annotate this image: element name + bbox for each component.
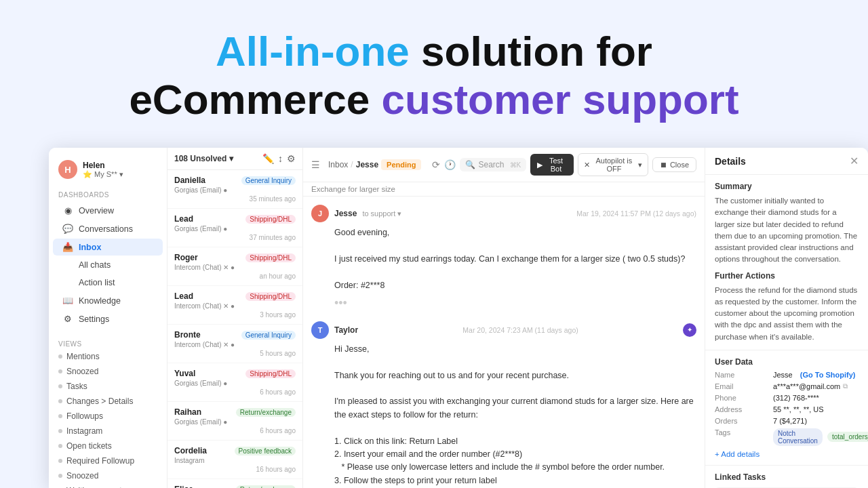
conv-source: Gorgias (Email) ● xyxy=(174,225,296,232)
conversations-icon: 💬 xyxy=(62,224,73,234)
conv-tag: General Inquiry xyxy=(241,176,296,185)
sidebar-item-knowledge[interactable]: 📖 Knowledge xyxy=(53,292,163,309)
conv-tag: Shipping/DHL xyxy=(245,369,296,378)
linked-tasks-section: Linked Tasks Create a new linked task ▾ … xyxy=(705,466,868,488)
x-icon: ✕ xyxy=(584,161,590,169)
knowledge-icon: 📖 xyxy=(62,296,73,306)
conv-name: Raihan xyxy=(174,407,201,417)
sidebar-view-changes[interactable]: Changes > Details xyxy=(49,394,167,409)
user-name: Helen xyxy=(83,161,123,170)
filter-icon[interactable]: ⚙ xyxy=(287,153,296,164)
conv-items: Daniella General Inquiry Gorgias (Email)… xyxy=(167,170,302,488)
further-actions-text: Process the refund for the diamond studs… xyxy=(715,285,859,343)
conv-item-elise[interactable]: Elise Return/exchange Gorgias (Email) ● … xyxy=(167,479,302,488)
sidebar-view-snoozed2[interactable]: Snoozed xyxy=(49,468,167,483)
search-placeholder: Search xyxy=(478,160,504,169)
sidebar-item-settings[interactable]: ⚙ Settings xyxy=(53,310,163,327)
address-value: 55 **, **, **, US xyxy=(773,405,868,413)
history-icon[interactable]: 🕐 xyxy=(444,159,456,170)
sidebar-item-overview[interactable]: ◉ Overview xyxy=(53,202,163,219)
tags-label: Tags xyxy=(715,428,769,446)
add-details-button[interactable]: + Add details xyxy=(715,446,859,458)
sidebar-item-inbox[interactable]: 📥 Inbox xyxy=(53,239,163,256)
sort-icon[interactable]: ↕ xyxy=(278,153,283,164)
play-icon: ▶ xyxy=(537,161,542,169)
conv-name: Bronte xyxy=(174,330,201,340)
sidebar-item-allchats[interactable]: All chats xyxy=(53,257,163,273)
chat-search[interactable]: 🔍 Search ⌘K xyxy=(460,158,526,171)
close-button[interactable]: ⏹ Close xyxy=(652,157,696,172)
sidebar-view-instagram[interactable]: Instagram xyxy=(49,424,167,439)
conv-item-yuval[interactable]: Yuval Shipping/DHL Gorgias (Email) ● 6 h… xyxy=(167,363,302,402)
test-bot-button[interactable]: ▶ Test Bot xyxy=(530,154,574,176)
details-close-button[interactable]: ✕ xyxy=(850,155,859,167)
address-label: Address xyxy=(715,405,769,413)
conv-count[interactable]: 108 Unsolved ▾ xyxy=(174,154,233,163)
conv-source: Gorgias (Email) ● xyxy=(174,380,296,387)
sidebar-view-snoozed[interactable]: Snoozed xyxy=(49,364,167,379)
orders-value: 7 ($4,271) xyxy=(773,417,868,425)
user-data-title: User Data xyxy=(715,357,859,367)
hero-section: All-in-one solution for eCommerce custom… xyxy=(0,0,868,138)
view-label: Open tickets xyxy=(66,441,112,451)
conv-item-lead2[interactable]: Lead Shipping/DHL Intercom (Chat) ✕ ● 3 … xyxy=(167,286,302,325)
conv-item-daniella[interactable]: Daniella General Inquiry Gorgias (Email)… xyxy=(167,170,302,209)
details-header: Details ✕ xyxy=(705,148,868,175)
conv-tag: Return/exchange xyxy=(236,485,296,489)
shopify-link[interactable]: (Go To Shopify) xyxy=(800,371,856,379)
sidebar-item-actionlist[interactable]: Action list xyxy=(53,274,163,291)
conv-item-roger[interactable]: Roger Shipping/DHL Intercom (Chat) ✕ ● a… xyxy=(167,247,302,286)
sidebar-user[interactable]: H Helen ⭐ My S** ▾ xyxy=(49,156,167,186)
compose-icon[interactable]: ✏️ xyxy=(262,153,274,164)
message-taylor: T Taylor Mar 20, 2024 7:23 AM (11 days a… xyxy=(311,321,696,488)
message-meta: J Jesse to support ▾ Mar 19, 2024 11:57 … xyxy=(311,205,696,222)
sidebar-view-tasks[interactable]: Tasks xyxy=(49,379,167,394)
conversation-list: 108 Unsolved ▾ ✏️ ↕ ⚙ Daniella General I… xyxy=(167,148,303,488)
sidebar-item-label: Action list xyxy=(79,278,115,287)
view-label: Followups xyxy=(66,411,103,421)
email-label: Email xyxy=(715,382,769,390)
autopilot-button[interactable]: ✕ Autopilot is OFF ▾ xyxy=(578,153,648,176)
view-label: Snoozed xyxy=(66,367,98,376)
tag-total-orders[interactable]: total_orders_7 xyxy=(827,432,868,442)
linked-tasks-title: Linked Tasks xyxy=(715,472,859,482)
hero-heading: All-in-one solution for eCommerce custom… xyxy=(14,27,854,124)
conv-item-bronte[interactable]: Bronte General Inquiry Intercom (Chat) ✕… xyxy=(167,325,302,363)
chevron-down-icon: ▾ xyxy=(638,161,642,169)
breadcrumb-inbox[interactable]: Inbox xyxy=(328,160,348,169)
sidebar-item-label: Knowledge xyxy=(79,296,121,306)
sidebar-view-mentions[interactable]: Mentions xyxy=(49,349,167,364)
sidebar-view-waiting[interactable]: Waiting on customer xyxy=(49,483,167,488)
sender-name: Jesse xyxy=(334,209,357,218)
name-label: Name xyxy=(715,371,769,379)
refresh-icon[interactable]: ⟳ xyxy=(432,159,440,170)
conv-time: 16 hours ago xyxy=(174,466,296,473)
conv-name: Daniella xyxy=(174,176,205,185)
chat-header: ☰ Inbox / Jesse Pending ⟳ 🕐 🔍 Search ⌘K … xyxy=(303,148,705,182)
search-shortcut: ⌘K xyxy=(510,161,521,169)
conv-tag: Return/exchange xyxy=(236,408,296,417)
conv-time: 3 hours ago xyxy=(174,311,296,319)
copy-email-icon[interactable]: ⧉ xyxy=(843,382,848,390)
view-label: Instagram xyxy=(66,426,102,436)
user-data-section: User Data Name Jesse (Go To Shopify) Ema… xyxy=(705,350,868,466)
tag-notch[interactable]: Notch Conversation xyxy=(773,428,823,446)
conv-item-cordelia[interactable]: Cordelia Positive feedback Instagram 16 … xyxy=(167,441,302,479)
conv-item-raihan[interactable]: Raihan Return/exchange Gorgias (Email) ●… xyxy=(167,402,302,441)
sidebar-view-open-tickets[interactable]: Open tickets xyxy=(49,439,167,453)
sidebar-view-followups[interactable]: Followups xyxy=(49,409,167,424)
sidebar-view-required-followup[interactable]: Required Followup xyxy=(49,453,167,468)
conv-list-header: 108 Unsolved ▾ ✏️ ↕ ⚙ xyxy=(167,148,302,170)
conv-source: Instagram xyxy=(174,457,296,464)
conv-source: Gorgias (Email) ● xyxy=(174,418,296,426)
conv-item-lead1[interactable]: Lead Shipping/DHL Gorgias (Email) ● 37 m… xyxy=(167,209,302,247)
view-label: Tasks xyxy=(66,382,87,391)
sidebar-item-label: Overview xyxy=(79,206,114,216)
conv-tag: Shipping/DHL xyxy=(245,292,296,301)
sidebar-toggle-icon[interactable]: ☰ xyxy=(311,159,320,170)
conv-tag: General Inquiry xyxy=(241,331,296,340)
search-icon: 🔍 xyxy=(465,160,475,169)
breadcrumb-sep: / xyxy=(351,160,353,169)
sidebar-item-conversations[interactable]: 💬 Conversations xyxy=(53,220,163,237)
sender-name: Taylor xyxy=(334,325,358,335)
